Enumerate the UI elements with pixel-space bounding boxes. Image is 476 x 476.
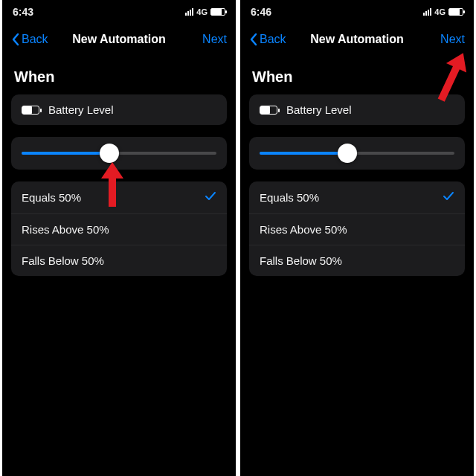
option-rises[interactable]: Rises Above 50% [11, 213, 227, 245]
status-indicators: 4G [185, 7, 225, 16]
slider-card [11, 137, 227, 170]
check-icon [205, 190, 216, 205]
back-button[interactable]: Back [11, 33, 48, 46]
signal-icon [185, 8, 193, 16]
trigger-card[interactable]: Battery Level [249, 94, 465, 125]
nav-bar: Back New Automation Next [240, 24, 474, 55]
option-equals[interactable]: Equals 50% [11, 181, 227, 213]
trigger-label: Battery Level [286, 103, 352, 116]
network-label: 4G [196, 7, 208, 16]
slider-thumb[interactable] [100, 144, 119, 163]
signal-icon [423, 8, 431, 16]
option-falls[interactable]: Falls Below 50% [249, 245, 465, 276]
option-rises[interactable]: Rises Above 50% [249, 213, 465, 245]
next-button[interactable]: Next [202, 33, 227, 46]
chevron-left-icon [249, 33, 258, 46]
phone-screen: 6:46 4G Back New Automation Next When Ba… [240, 0, 474, 476]
battery-slider[interactable] [22, 152, 216, 155]
status-time: 6:46 [251, 6, 271, 18]
trigger-card[interactable]: Battery Level [11, 94, 227, 125]
status-time: 6:43 [13, 6, 33, 18]
nav-bar: Back New Automation Next [2, 24, 236, 55]
section-header: When [252, 68, 462, 86]
options-list: Equals 50% Rises Above 50% Falls Below 5… [249, 181, 465, 276]
battery-slider[interactable] [260, 152, 454, 155]
slider-thumb[interactable] [338, 144, 357, 163]
battery-icon [260, 106, 277, 115]
status-indicators: 4G [423, 7, 463, 16]
status-bar: 6:46 4G [240, 0, 474, 24]
back-button[interactable]: Back [249, 33, 286, 46]
option-equals[interactable]: Equals 50% [249, 181, 465, 213]
option-falls[interactable]: Falls Below 50% [11, 245, 227, 276]
battery-status-icon [448, 8, 463, 16]
check-icon [443, 190, 454, 205]
options-list: Equals 50% Rises Above 50% Falls Below 5… [11, 181, 227, 276]
trigger-label: Battery Level [48, 103, 114, 116]
section-header: When [14, 68, 224, 86]
next-button[interactable]: Next [440, 33, 465, 46]
battery-status-icon [210, 8, 225, 16]
battery-icon [22, 106, 39, 115]
network-label: 4G [434, 7, 446, 16]
phone-screen: 6:43 4G Back New Automation Next When Ba… [2, 0, 236, 476]
status-bar: 6:43 4G [2, 0, 236, 24]
chevron-left-icon [11, 33, 20, 46]
slider-card [249, 137, 465, 170]
